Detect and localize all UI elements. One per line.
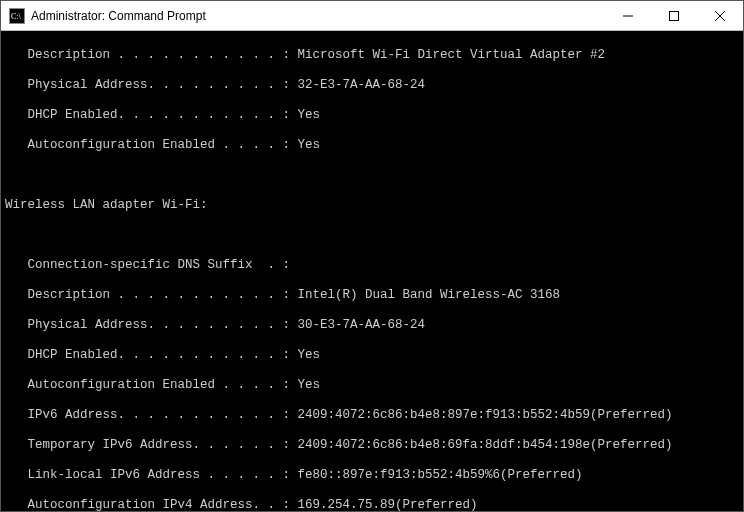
value: Microsoft Wi-Fi Direct Virtual Adapter #… [298,48,606,62]
value: Yes [298,348,321,362]
svg-rect-4 [670,11,679,20]
window-title: Administrator: Command Prompt [31,9,206,23]
label: Link-local IPv6 Address . . . . . : [5,468,298,482]
label: DHCP Enabled. . . . . . . . . . . : [5,348,298,362]
label: Description . . . . . . . . . . . : [5,288,298,302]
value: Yes [298,378,321,392]
label: Temporary IPv6 Address. . . . . . : [5,438,298,452]
label: Description . . . . . . . . . . . : [5,48,298,62]
svg-text:C:\: C:\ [11,12,22,21]
titlebar: C:\ Administrator: Command Prompt [1,1,743,31]
label: Physical Address. . . . . . . . . : [5,318,298,332]
close-button[interactable] [697,1,743,31]
label: Autoconfiguration Enabled . . . . : [5,138,298,152]
maximize-button[interactable] [651,1,697,31]
value: fe80::897e:f913:b552:4b59%6(Preferred) [298,468,583,482]
label: Physical Address. . . . . . . . . : [5,78,298,92]
cmd-icon: C:\ [9,8,25,24]
value: Yes [298,138,321,152]
label: DHCP Enabled. . . . . . . . . . . : [5,108,298,122]
value: 2409:4072:6c86:b4e8:897e:f913:b552:4b59(… [298,408,673,422]
value: 32-E3-7A-AA-68-24 [298,78,426,92]
value: Yes [298,108,321,122]
label: IPv6 Address. . . . . . . . . . . : [5,408,298,422]
value: 169.254.75.89(Preferred) [298,498,478,511]
value: Intel(R) Dual Band Wireless-AC 3168 [298,288,561,302]
value: 30-E3-7A-AA-68-24 [298,318,426,332]
adapter-header: Wireless LAN adapter Wi-Fi: [5,198,208,212]
minimize-button[interactable] [605,1,651,31]
value: 2409:4072:6c86:b4e8:69fa:8ddf:b454:198e(… [298,438,673,452]
terminal-output[interactable]: Description . . . . . . . . . . . : Micr… [1,31,743,511]
label: Connection-specific DNS Suffix . : [5,258,290,272]
label: Autoconfiguration Enabled . . . . : [5,378,298,392]
label: Autoconfiguration IPv4 Address. . : [5,498,298,511]
